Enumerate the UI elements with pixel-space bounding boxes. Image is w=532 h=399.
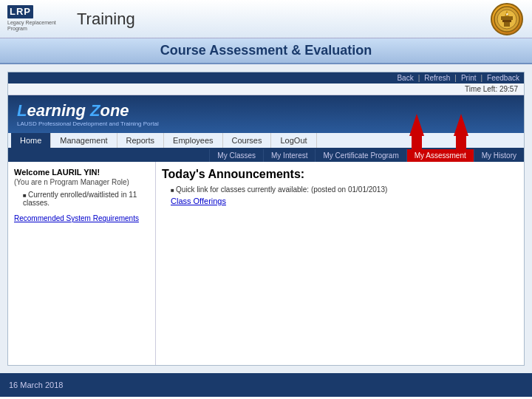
left-panel: Welcome LAURIL YIN! (You are n Program M… bbox=[8, 162, 156, 365]
tab-my-interest[interactable]: My Interest bbox=[263, 149, 315, 162]
footer-date: 16 March 2018 bbox=[9, 381, 63, 389]
lz-logo: Learning Zone LAUSD Professional Develop… bbox=[17, 101, 159, 127]
time-left-label: Time Left: bbox=[465, 85, 497, 93]
refresh-link[interactable]: Refresh bbox=[424, 74, 450, 82]
sys-req-link[interactable]: Recommended System Requirements bbox=[14, 214, 149, 222]
lrp-sub-text: Legacy Replacement Program bbox=[7, 20, 66, 33]
lz-header: Learning Zone LAUSD Professional Develop… bbox=[8, 95, 524, 133]
frame-content: Welcome LAURIL YIN! (You are n Program M… bbox=[8, 162, 524, 365]
enrolled-text: Currently enrolled/waitlisted in 11 clas… bbox=[14, 191, 149, 207]
tab-my-certificate[interactable]: My Certificate Program bbox=[315, 149, 406, 162]
class-offerings-link[interactable]: Class Offerings bbox=[162, 197, 518, 205]
nav-courses[interactable]: Courses bbox=[223, 133, 272, 148]
footer: 16 March 2018 bbox=[0, 373, 532, 397]
nav-logout[interactable]: LogOut bbox=[271, 133, 316, 148]
time-left-row: Time Left: 29:57 bbox=[8, 83, 524, 95]
back-link[interactable]: Back bbox=[397, 74, 413, 82]
tab-my-history[interactable]: My History bbox=[474, 149, 524, 162]
logo-area: LRP Legacy Replacement Program Training bbox=[7, 6, 135, 33]
time-left-value: 29:57 bbox=[499, 85, 518, 93]
lrp-logo: LRP Legacy Replacement Program bbox=[7, 6, 66, 33]
main-area: Back | Refresh | Print | Feedback Time L… bbox=[0, 64, 532, 373]
tab-my-assessment[interactable]: My Assessment bbox=[406, 149, 474, 162]
inner-frame: Back | Refresh | Print | Feedback Time L… bbox=[7, 72, 525, 366]
nav-employees[interactable]: Employees bbox=[164, 133, 222, 148]
sub-nav: My Classes My Interest My Certificate Pr… bbox=[8, 149, 524, 162]
welcome-text: Welcome LAURIL YIN! bbox=[14, 168, 149, 177]
subtitle-bar: Course Assessment & Evaluation bbox=[0, 38, 532, 64]
emblem-circle: ★ bbox=[491, 3, 523, 35]
announcement-item: Quick link for classes currently availab… bbox=[162, 185, 518, 194]
nav-bar: Home Management Reports Employees Course… bbox=[8, 133, 524, 149]
nav-management[interactable]: Management bbox=[51, 133, 117, 148]
svg-rect-2 bbox=[504, 22, 510, 27]
print-link[interactable]: Print bbox=[461, 74, 477, 82]
role-text: (You are n Program Manager Role) bbox=[14, 178, 149, 186]
tab-my-classes[interactable]: My Classes bbox=[209, 149, 263, 162]
nav-reports[interactable]: Reports bbox=[117, 133, 165, 148]
nav-home[interactable]: Home bbox=[11, 133, 51, 148]
lz-logo-main: Learning Zone bbox=[17, 101, 159, 120]
app-header: LRP Legacy Replacement Program Training … bbox=[0, 0, 532, 38]
emblem-icon: ★ bbox=[491, 3, 523, 35]
subtitle-text: Course Assessment & Evaluation bbox=[160, 43, 372, 58]
announcements-title: Today's Announcements: bbox=[162, 168, 518, 181]
right-panel: Today's Announcements: Quick link for cl… bbox=[156, 162, 524, 365]
lz-logo-sub: LAUSD Professional Development and Train… bbox=[17, 120, 159, 127]
lrp-badge: LRP bbox=[7, 5, 33, 18]
app-title: Training bbox=[77, 10, 135, 29]
feedback-link[interactable]: Feedback bbox=[487, 74, 519, 82]
svg-rect-4 bbox=[501, 16, 513, 20]
frame-toolbar: Back | Refresh | Print | Feedback bbox=[8, 72, 524, 83]
